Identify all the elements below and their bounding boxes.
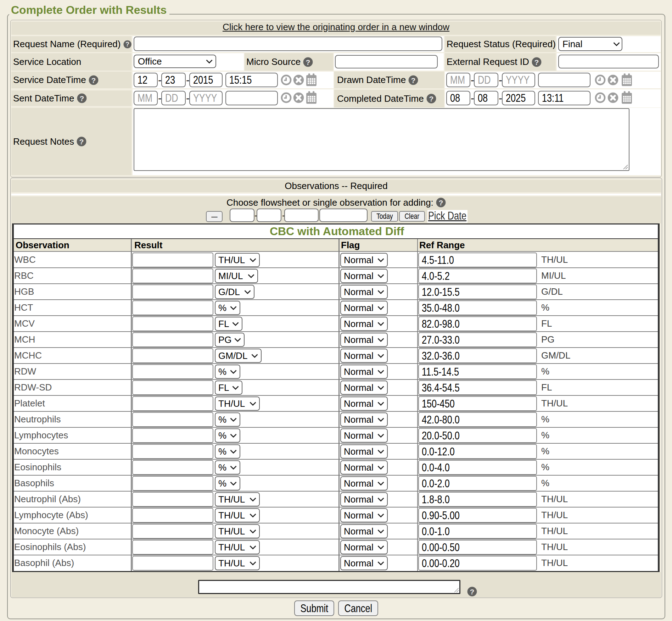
svg-text:?: ? (534, 58, 539, 66)
svg-text:?: ? (306, 58, 310, 66)
svg-text:?: ? (470, 588, 475, 596)
svg-text:?: ? (91, 76, 96, 84)
svg-text:?: ? (79, 138, 84, 146)
svg-text:?: ? (439, 199, 443, 207)
svg-text:?: ? (411, 76, 416, 84)
svg-text:?: ? (125, 41, 129, 48)
svg-text:?: ? (79, 94, 84, 102)
svg-text:?: ? (429, 95, 434, 103)
